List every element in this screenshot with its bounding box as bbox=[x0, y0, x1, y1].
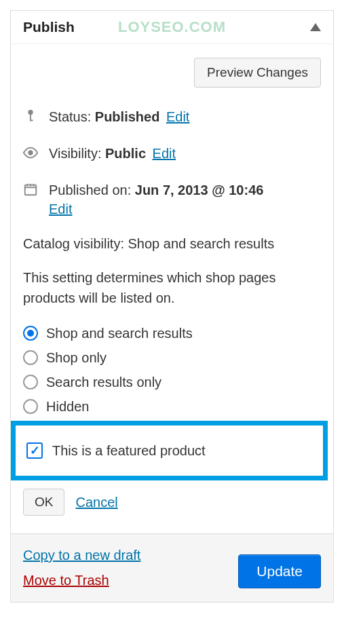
visibility-edit-link[interactable]: Edit bbox=[153, 146, 176, 161]
cancel-link[interactable]: Cancel bbox=[75, 492, 117, 512]
svg-rect-2 bbox=[30, 120, 33, 121]
catalog-heading-value: Shop and search results bbox=[128, 236, 275, 251]
publish-panel: Publish LOYSEO.COM Preview Changes Statu… bbox=[10, 10, 334, 603]
radio-icon bbox=[23, 350, 38, 365]
status-text: Status: Published Edit bbox=[49, 107, 321, 127]
visibility-row: Visibility: Public Edit bbox=[23, 143, 321, 164]
copy-draft-link[interactable]: Copy to a new draft bbox=[23, 548, 140, 563]
catalog-radio-group: Shop and search results Shop only Search… bbox=[23, 323, 321, 417]
eye-icon bbox=[23, 145, 38, 160]
check-icon: ✓ bbox=[30, 442, 40, 460]
radio-hidden[interactable]: Hidden bbox=[23, 396, 321, 417]
preview-changes-button[interactable]: Preview Changes bbox=[194, 58, 321, 88]
calendar-icon bbox=[23, 182, 38, 197]
radio-label: Shop only bbox=[46, 347, 107, 368]
radio-icon bbox=[23, 326, 38, 341]
catalog-section: Catalog visibility: Shop and search resu… bbox=[23, 233, 321, 516]
published-text: Published on: Jun 7, 2013 @ 10:46 bbox=[49, 180, 321, 200]
featured-label: This is a featured product bbox=[52, 440, 206, 461]
radio-search-only[interactable]: Search results only bbox=[23, 372, 321, 392]
published-value: Jun 7, 2013 @ 10:46 bbox=[135, 183, 264, 197]
catalog-description: This setting determines which shop pages… bbox=[23, 267, 321, 308]
status-label: Status: bbox=[49, 109, 95, 124]
visibility-value: Public bbox=[105, 146, 146, 161]
status-edit-link[interactable]: Edit bbox=[166, 109, 189, 124]
panel-body: Preview Changes Status: Published Edit V… bbox=[11, 44, 333, 516]
published-row: Published on: Jun 7, 2013 @ 10:46 Edit bbox=[23, 180, 321, 217]
featured-checkbox[interactable]: ✓ bbox=[26, 442, 43, 459]
svg-point-3 bbox=[28, 151, 33, 155]
panel-header: Publish LOYSEO.COM bbox=[11, 11, 333, 44]
move-to-trash-link[interactable]: Move to Trash bbox=[23, 573, 140, 588]
published-edit-link[interactable]: Edit bbox=[49, 202, 321, 217]
ok-button[interactable]: OK bbox=[23, 489, 64, 516]
visibility-label: Visibility: bbox=[49, 146, 105, 161]
ok-cancel-row: OK Cancel bbox=[23, 489, 321, 516]
watermark: LOYSEO.COM bbox=[118, 18, 226, 36]
radio-icon bbox=[23, 375, 38, 390]
panel-footer: Copy to a new draft Move to Trash Update bbox=[11, 533, 333, 602]
featured-highlight-box: ✓ This is a featured product bbox=[11, 421, 328, 480]
catalog-heading-label: Catalog visibility: bbox=[23, 236, 128, 251]
update-button[interactable]: Update bbox=[238, 554, 321, 588]
collapse-up-icon[interactable] bbox=[310, 23, 321, 31]
footer-links: Copy to a new draft Move to Trash bbox=[23, 548, 140, 588]
visibility-text: Visibility: Public Edit bbox=[49, 143, 321, 164]
radio-label: Search results only bbox=[46, 372, 161, 392]
preview-row: Preview Changes bbox=[23, 58, 321, 88]
panel-title: Publish bbox=[23, 19, 75, 35]
status-row: Status: Published Edit bbox=[23, 107, 321, 127]
published-label: Published on: bbox=[49, 183, 135, 197]
radio-shop-search[interactable]: Shop and search results bbox=[23, 323, 321, 343]
svg-rect-4 bbox=[25, 185, 37, 195]
radio-icon bbox=[23, 399, 38, 414]
status-value: Published bbox=[95, 109, 160, 124]
radio-label: Shop and search results bbox=[46, 323, 193, 343]
radio-shop-only[interactable]: Shop only bbox=[23, 347, 321, 368]
radio-label: Hidden bbox=[46, 396, 89, 417]
key-icon bbox=[23, 109, 38, 124]
catalog-heading: Catalog visibility: Shop and search resu… bbox=[23, 233, 321, 254]
